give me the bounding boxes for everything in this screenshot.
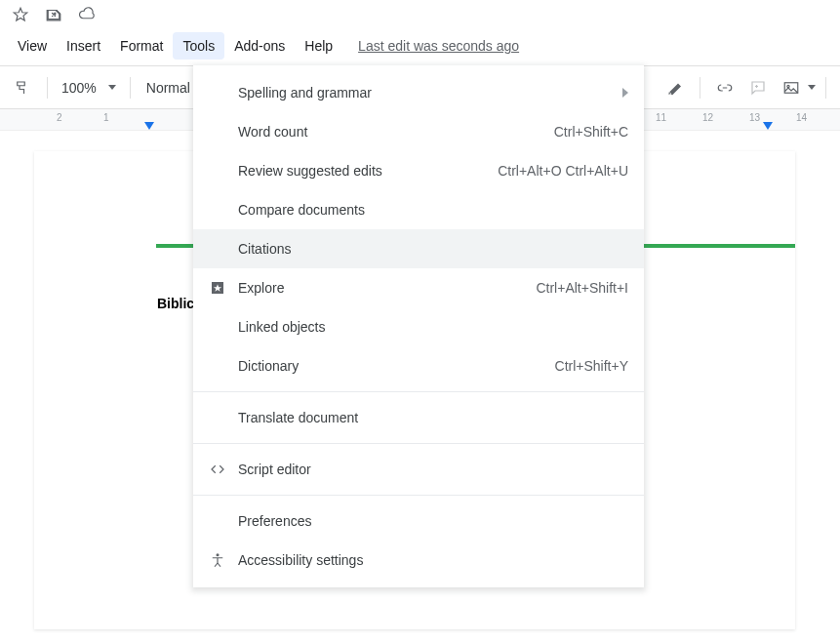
- ruler-tick: 1: [103, 112, 109, 123]
- submenu-arrow-icon: [622, 88, 628, 98]
- ruler-tick: 12: [702, 112, 713, 123]
- menu-item-citations[interactable]: Citations: [193, 229, 644, 268]
- menu-item-explore[interactable]: Explore Ctrl+Alt+Shift+I: [193, 268, 644, 307]
- tools-menu-dropdown: Spelling and grammar Word count Ctrl+Shi…: [193, 65, 644, 587]
- menu-addons[interactable]: Add-ons: [224, 32, 295, 60]
- ruler-indent-marker-right[interactable]: [763, 122, 773, 130]
- accessibility-icon: [209, 551, 238, 569]
- zoom-select[interactable]: 100%: [58, 74, 120, 101]
- separator: [700, 77, 700, 99]
- menu-item-preferences[interactable]: Preferences: [193, 502, 644, 541]
- paragraph-style-select[interactable]: Normal: [140, 74, 196, 101]
- zoom-value: 100%: [61, 80, 97, 96]
- last-edit-link[interactable]: Last edit was seconds ago: [358, 38, 519, 54]
- move-icon[interactable]: [45, 6, 62, 26]
- separator: [130, 77, 131, 99]
- menu-view[interactable]: View: [8, 32, 57, 60]
- link-icon[interactable]: [710, 74, 740, 101]
- ruler-tick: 13: [749, 112, 760, 123]
- menu-item-dictionary[interactable]: Dictionary Ctrl+Shift+Y: [193, 346, 644, 385]
- menubar: View Insert Format Tools Add-ons Help La…: [0, 30, 840, 66]
- menu-item-word-count[interactable]: Word count Ctrl+Shift+C: [193, 112, 644, 151]
- image-icon[interactable]: [777, 74, 806, 101]
- svg-point-5: [217, 553, 220, 556]
- menu-item-translate-document[interactable]: Translate document: [193, 398, 644, 437]
- style-value: Normal: [146, 80, 190, 96]
- menu-separator: [193, 495, 644, 496]
- paint-format-icon[interactable]: [8, 74, 37, 101]
- chevron-down-icon[interactable]: [808, 85, 816, 90]
- cloud-status-icon[interactable]: [78, 6, 96, 26]
- menu-item-accessibility-settings[interactable]: Accessibility settings: [193, 541, 644, 580]
- svg-marker-0: [14, 8, 27, 20]
- menu-item-linked-objects[interactable]: Linked objects: [193, 307, 644, 346]
- ruler-tick: 11: [656, 112, 666, 123]
- menu-separator: [193, 391, 644, 392]
- ruler-tick: 2: [57, 112, 62, 123]
- separator: [825, 77, 826, 99]
- menu-item-script-editor[interactable]: Script editor: [193, 450, 644, 489]
- explore-icon: [209, 279, 238, 297]
- menu-tools[interactable]: Tools: [173, 32, 224, 60]
- doc-heading-text[interactable]: Biblic: [157, 296, 194, 311]
- highlighter-icon[interactable]: [660, 74, 690, 101]
- menu-insert[interactable]: Insert: [57, 32, 110, 60]
- chevron-down-icon: [108, 85, 116, 90]
- menu-format[interactable]: Format: [110, 32, 173, 60]
- menu-item-compare-documents[interactable]: Compare documents: [193, 190, 644, 229]
- title-bar-icons: [0, 0, 840, 30]
- comment-icon[interactable]: [743, 74, 773, 101]
- separator: [47, 77, 48, 99]
- star-icon[interactable]: [12, 6, 29, 26]
- menu-item-spelling-grammar[interactable]: Spelling and grammar: [193, 73, 644, 112]
- ruler-tick: 14: [796, 112, 807, 123]
- menu-separator: [193, 443, 644, 444]
- menu-help[interactable]: Help: [295, 32, 342, 60]
- script-icon: [209, 461, 238, 478]
- menu-item-review-suggested-edits[interactable]: Review suggested edits Ctrl+Alt+O Ctrl+A…: [193, 151, 644, 190]
- ruler-indent-marker-left[interactable]: [144, 122, 154, 130]
